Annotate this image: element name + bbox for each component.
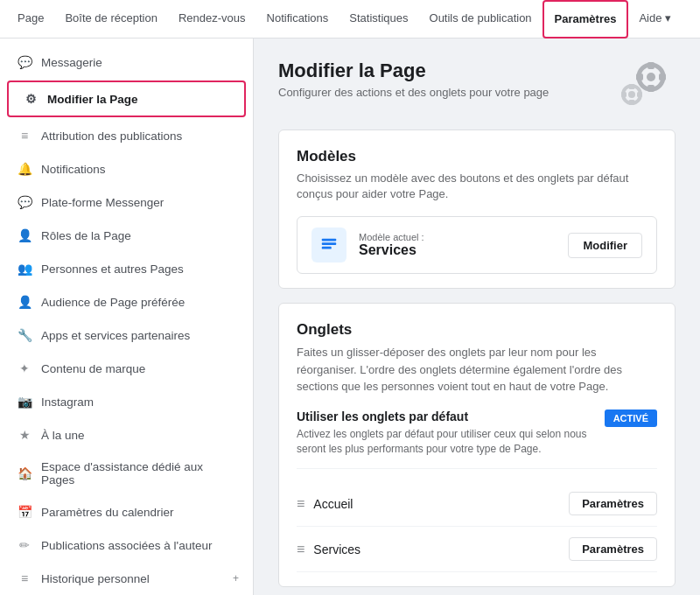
nav-page[interactable]: Page: [7, 0, 54, 38]
svg-rect-9: [629, 100, 635, 105]
model-card: Modèle actuel : Services Modifier: [297, 216, 657, 274]
bell-icon: 🔔: [17, 161, 32, 177]
nav-parametres[interactable]: Paramètres: [542, 0, 629, 38]
sidebar-item-label: Notifications: [41, 163, 239, 176]
page-header-text: Modifier la Page Configurer des actions …: [278, 60, 549, 112]
main-content: Modifier la Page Configurer des actions …: [254, 38, 700, 595]
model-info: Modèle actuel : Services: [359, 232, 556, 258]
sidebar-item-label: Modifier la Page: [47, 93, 230, 106]
sidebar-item-modifier-page[interactable]: ⚙ Modifier la Page: [7, 80, 246, 117]
sidebar-item-label: Audience de Page préférée: [41, 296, 239, 309]
onglets-title: Onglets: [297, 321, 657, 339]
modeles-desc: Choisissez un modèle avec des boutons et…: [297, 171, 657, 202]
nav-rendezvous[interactable]: Rendez-vous: [168, 0, 256, 38]
svg-rect-5: [659, 74, 666, 80]
sidebar-item-label: Contenu de marque: [41, 362, 239, 375]
sidebar-item-apps[interactable]: 🔧 Apps et services partenaires: [0, 318, 253, 352]
sidebar-item-notifications[interactable]: 🔔 Notifications: [0, 152, 253, 186]
toggle-desc: Activez les onglets par défaut pour util…: [297, 427, 594, 457]
sidebar-item-messagerie[interactable]: 💬 Messagerie: [0, 46, 253, 79]
toggle-text: Utiliser les onglets par défaut Activez …: [297, 410, 594, 457]
sidebar-item-label: Plate-forme Messenger: [41, 196, 239, 209]
default-tabs-toggle-row: Utiliser les onglets par défaut Activez …: [297, 410, 657, 470]
svg-rect-12: [322, 239, 337, 242]
sidebar-item-attribution[interactable]: ≡ Attribution des publications: [0, 119, 253, 152]
sidebar-item-une[interactable]: ★ À la une: [0, 418, 253, 452]
sidebar-item-label: Rôles de la Page: [41, 229, 239, 242]
sidebar-item-roles[interactable]: 👤 Rôles de la Page: [0, 219, 253, 252]
model-label: Modèle actuel :: [359, 232, 556, 242]
star-icon: ★: [17, 427, 32, 443]
drag-icon: ≡: [297, 496, 304, 512]
home-icon: 🏠: [17, 466, 32, 481]
users-icon: 👥: [17, 261, 32, 276]
brand-icon: ✦: [17, 360, 32, 376]
tab-name-services: Services: [313, 542, 560, 556]
svg-rect-8: [629, 84, 635, 89]
nav-boite-reception[interactable]: Boîte de réception: [54, 0, 168, 38]
tab-row-services: ≡ Services Paramètres: [297, 527, 657, 572]
svg-point-7: [628, 91, 635, 98]
user-icon: 👤: [17, 228, 32, 243]
sidebar-item-label: Personnes et autres Pages: [41, 262, 239, 276]
sidebar-item-historique[interactable]: ≡ Historique personnel +: [0, 562, 253, 595]
sidebar-item-action-add[interactable]: +: [233, 572, 239, 584]
page-title: Modifier la Page: [278, 60, 549, 82]
sidebar-item-espace[interactable]: 🏠 Espace d'assistance dédié aux Pages: [0, 452, 253, 495]
sidebar-item-messenger[interactable]: 💬 Plate-forme Messenger: [0, 186, 253, 219]
model-icon: [312, 228, 346, 262]
sidebar-item-personnes[interactable]: 👥 Personnes et autres Pages: [0, 252, 253, 285]
nav-notifications[interactable]: Notifications: [256, 0, 340, 38]
sidebar-item-marque[interactable]: ✦ Contenu de marque: [0, 352, 253, 385]
sidebar-item-audience[interactable]: 👤 Audience de Page préférée: [0, 285, 253, 318]
tools-icon: 🔧: [17, 327, 32, 343]
svg-rect-2: [648, 62, 654, 69]
page-desc: Configurer des actions et des onglets po…: [278, 86, 549, 99]
edit-icon: ✏: [17, 537, 32, 553]
svg-point-1: [647, 73, 655, 81]
messenger-icon: 💬: [17, 194, 32, 210]
svg-rect-10: [621, 92, 626, 97]
sidebar-item-calendrier[interactable]: 📅 Paramètres du calendrier: [0, 495, 253, 528]
tab-name-accueil: Accueil: [313, 497, 560, 511]
params-button-services[interactable]: Paramètres: [569, 537, 657, 561]
svg-rect-11: [637, 92, 642, 97]
sidebar-item-publications-auteur[interactable]: ✏ Publications associées à l'auteur: [0, 528, 253, 562]
sidebar-item-label: Espace d'assistance dédié aux Pages: [41, 460, 239, 486]
sidebar-item-label: Instagram: [41, 396, 239, 409]
services-icon: [319, 235, 339, 255]
sidebar-item-label: Messagerie: [41, 56, 239, 69]
history-icon: ≡: [17, 570, 32, 586]
sidebar-item-instagram[interactable]: 📷 Instagram: [0, 385, 253, 418]
modeles-title: Modèles: [297, 148, 657, 165]
modeles-section: Modèles Choisissez un modèle avec des bo…: [278, 130, 676, 289]
list-icon: ≡: [17, 128, 32, 144]
svg-rect-4: [636, 74, 643, 80]
audience-icon: 👤: [17, 294, 32, 310]
toggle-status-badge[interactable]: ACTIVÉ: [605, 410, 657, 427]
instagram-icon: 📷: [17, 394, 32, 410]
page-header-icons: [606, 60, 676, 112]
sidebar-item-label: À la une: [41, 429, 239, 442]
comment-icon: 💬: [17, 54, 32, 70]
sidebar-item-label: Paramètres du calendrier: [41, 506, 239, 519]
page-header: Modifier la Page Configurer des actions …: [278, 60, 676, 112]
sidebar-item-label: Apps et services partenaires: [41, 329, 239, 342]
main-layout: 💬 Messagerie ⚙ Modifier la Page ≡ Attrib…: [0, 38, 700, 595]
tab-row-accueil: ≡ Accueil Paramètres: [297, 481, 657, 527]
model-name: Services: [359, 242, 556, 258]
sidebar: 💬 Messagerie ⚙ Modifier la Page ≡ Attrib…: [0, 38, 254, 595]
nav-statistiques[interactable]: Statistiques: [339, 0, 418, 38]
params-button-accueil[interactable]: Paramètres: [569, 492, 657, 515]
svg-rect-14: [322, 247, 332, 249]
gears-illustration: [606, 60, 676, 112]
top-navigation: Page Boîte de réception Rendez-vous Noti…: [0, 0, 700, 38]
nav-outils-publication[interactable]: Outils de publication: [419, 0, 542, 38]
nav-aide[interactable]: Aide ▾: [628, 0, 682, 38]
sidebar-item-label: Publications associées à l'auteur: [41, 539, 239, 552]
gear-icon: ⚙: [23, 91, 38, 107]
svg-rect-3: [648, 85, 654, 92]
onglets-section: Onglets Faites un glisser-déposer des on…: [278, 303, 676, 587]
sidebar-item-label: Attribution des publications: [41, 130, 239, 143]
modifier-button[interactable]: Modifier: [568, 233, 642, 258]
